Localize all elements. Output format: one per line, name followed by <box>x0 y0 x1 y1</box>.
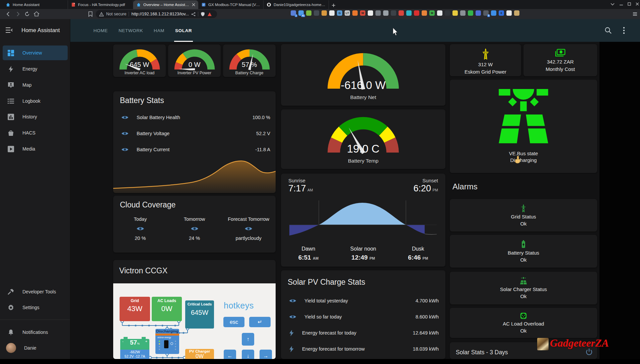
share-icon[interactable] <box>191 12 196 16</box>
cloud-column-forecast[interactable]: Forecast Tomorrow partlycloudy <box>221 216 276 241</box>
extension-icon[interactable]: W <box>360 10 365 16</box>
search-icon[interactable] <box>605 27 612 34</box>
extension-icon[interactable] <box>506 10 512 16</box>
tab-network[interactable]: NETWORK <box>118 19 144 42</box>
new-tab-button[interactable] <box>332 3 336 7</box>
extension-icon[interactable] <box>445 10 450 16</box>
extension-icon[interactable] <box>383 10 388 16</box>
gauge-card-battery-net[interactable]: -616.0 W Battery Net <box>281 44 445 106</box>
forward-icon[interactable] <box>15 11 21 17</box>
tab-home[interactable]: HOME <box>92 19 109 42</box>
browser-menu-icon[interactable] <box>632 11 638 17</box>
tab-solar[interactable]: SOLAR <box>174 19 193 42</box>
extension-icon[interactable] <box>422 10 427 16</box>
sidebar-item-history[interactable]: History <box>3 109 68 124</box>
alarm-card-grid-status[interactable]: Grid Status Ok <box>450 199 597 232</box>
url-field[interactable]: Not secure http://192.168.1.212:8123/lov… <box>96 10 217 18</box>
gauge-card-inverter-ac-load[interactable]: 645 W Inverter AC load <box>113 44 166 77</box>
entity-row-yield-today[interactable]: Yield so far today 8.600 kWh <box>281 309 445 325</box>
sidebar-item-media[interactable]: Media <box>3 142 68 156</box>
extension-icon[interactable]: 1 <box>291 10 296 16</box>
extension-icon[interactable] <box>322 10 327 16</box>
extension-icon[interactable] <box>329 10 335 16</box>
bookmark-icon[interactable] <box>88 11 93 17</box>
extension-icon[interactable] <box>314 10 319 16</box>
gauge-card-battery-charge[interactable]: 57 % Battery Charge <box>223 44 276 77</box>
vebus-state-card[interactable]: VE.Bus state Discharging <box>450 80 597 173</box>
alarm-card-battery-status[interactable]: Battery Status Ok <box>450 235 597 268</box>
key-left[interactable]: ← <box>224 350 236 359</box>
browser-tab-home-assistant[interactable]: Home Assistant <box>3 0 68 9</box>
extension-icon[interactable] <box>306 10 311 16</box>
sidebar-item-energy[interactable]: Energy <box>3 62 68 76</box>
power-toggle-icon[interactable] <box>586 348 592 356</box>
entity-row-solar-battery-health[interactable]: Solar Battery Health 100.0 % <box>113 109 276 125</box>
extension-icon[interactable] <box>375 10 381 16</box>
kebab-menu-icon[interactable] <box>623 27 625 34</box>
sidebar-item-user[interactable]: Danie <box>3 341 68 355</box>
key-right[interactable]: → <box>260 350 272 359</box>
back-icon[interactable] <box>5 11 11 17</box>
browser-tab-pdf[interactable]: Focus - HA Terminology.pdf <box>68 0 133 9</box>
extension-icon[interactable] <box>399 10 404 16</box>
key-enter[interactable]: ↵ <box>249 317 271 327</box>
sidebar-toggle-icon[interactable] <box>5 27 13 33</box>
extension-icon[interactable] <box>468 10 473 16</box>
browser-tab-overview-active[interactable]: Overview – Home Assistant <box>133 0 198 9</box>
gauge-card-battery-temp[interactable]: 19.0 C Battery Temp <box>281 109 445 169</box>
entity-row-forecast-tomorrow[interactable]: Energy forecast for tomorrow 18.039 kWh <box>281 341 445 357</box>
extension-icon[interactable] <box>476 10 481 16</box>
sidebar-item-hacs[interactable]: HACS <box>3 125 68 140</box>
browser-tab-gx-manual[interactable]: GX Modbus-TCP Manual [Victron <box>198 0 264 9</box>
maximize-icon[interactable] <box>627 2 632 6</box>
minimize-icon[interactable] <box>619 2 624 6</box>
close-window-icon[interactable] <box>635 2 640 6</box>
extension-icon[interactable] <box>391 10 396 16</box>
key-esc[interactable]: esc <box>223 317 244 327</box>
browser-tab-github[interactable]: Danie10/gadgeteerza-homeassis <box>264 0 329 9</box>
home-icon[interactable] <box>33 11 40 17</box>
entity-row-battery-voltage[interactable]: Battery Voltage 52.2 V <box>113 125 276 142</box>
sidebar-item-developer-tools[interactable]: Developer Tools <box>3 284 68 299</box>
tab-search-chevron-icon[interactable] <box>610 2 615 6</box>
eskom-grid-power-card[interactable]: 312 W Eskom Grid Power <box>450 44 521 76</box>
extension-icon[interactable] <box>406 10 412 16</box>
alarm-card-ac-load-overload[interactable]: AC Load Overload Ok <box>450 308 597 338</box>
sidebar-item-notifications[interactable]: Notifications <box>3 325 68 340</box>
cloud-column-today[interactable]: Today 20 % <box>113 216 167 241</box>
brave-rewards-triangle-icon[interactable] <box>207 12 212 16</box>
cloud-column-tomorrow[interactable]: Tomorrow 24 % <box>167 216 222 241</box>
brave-shield-icon[interactable] <box>201 12 205 17</box>
extension-icon[interactable] <box>437 10 442 16</box>
extension-icon[interactable] <box>491 10 496 16</box>
key-down[interactable]: ↓ <box>242 350 254 359</box>
extension-icon[interactable] <box>460 10 466 16</box>
extension-icon[interactable] <box>452 10 458 16</box>
sidebar-item-logbook[interactable]: Logbook <box>3 94 68 108</box>
key-up[interactable]: ↑ <box>242 333 254 346</box>
card-label: Eskom Grid Power <box>465 69 506 75</box>
extension-icon[interactable] <box>352 10 358 16</box>
alarm-card-solar-charger-status[interactable]: Solar Charger Status Ok <box>450 272 597 304</box>
extension-icon[interactable] <box>514 10 519 16</box>
reload-icon[interactable] <box>24 11 30 17</box>
sidebar-item-settings[interactable]: Settings <box>3 300 68 315</box>
entity-row-forecast-today[interactable]: Energy forecast for today 12.649 kWh <box>281 325 445 341</box>
sidebar-item-overview[interactable]: Overview <box>3 46 68 60</box>
entity-row-yield-yesterday[interactable]: Yield total yesterday 4.700 kWh <box>281 293 445 309</box>
extension-icon[interactable]: 5 <box>483 10 489 16</box>
hotkeys-label: hotkeys <box>224 301 254 310</box>
sidebar-item-map[interactable]: Map <box>3 78 68 92</box>
tab-close-icon[interactable] <box>192 3 195 6</box>
extension-icon[interactable]: G <box>337 10 342 16</box>
extension-icon[interactable]: 41 <box>298 10 304 16</box>
tab-ham[interactable]: HAM <box>153 19 165 42</box>
extension-icon[interactable]: LT <box>345 10 350 16</box>
extension-icon[interactable] <box>414 10 419 16</box>
extension-icon[interactable]: € <box>499 10 504 16</box>
extension-icon[interactable]: M <box>429 10 435 16</box>
monthly-cost-card[interactable]: 342.72 ZAR Monthly Cost <box>523 44 597 76</box>
gauge-card-inverter-pv-power[interactable]: 0 W Inverter PV Power <box>168 44 221 77</box>
eye-icon <box>244 226 253 231</box>
extension-icon[interactable] <box>368 10 373 16</box>
